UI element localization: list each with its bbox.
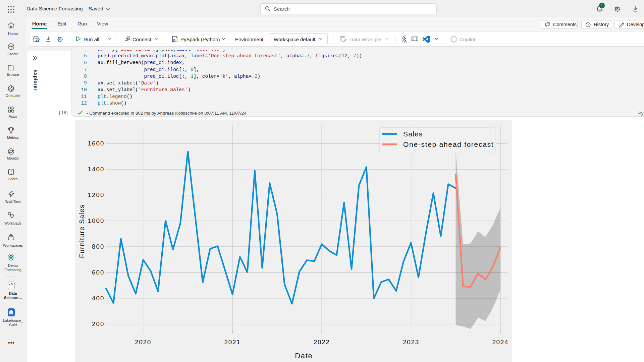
- svg-text:2024: 2024: [492, 339, 508, 346]
- svg-text:Date: Date: [295, 352, 313, 360]
- svg-text:2020: 2020: [135, 339, 151, 346]
- svg-text:200: 200: [92, 320, 104, 327]
- svg-text:1400: 1400: [88, 166, 105, 173]
- svg-text:1200: 1200: [88, 191, 105, 198]
- svg-text:1600: 1600: [88, 140, 105, 147]
- svg-text:2023: 2023: [403, 339, 419, 346]
- svg-text:2022: 2022: [314, 339, 330, 346]
- svg-text:1000: 1000: [88, 217, 105, 224]
- svg-text:400: 400: [92, 295, 104, 302]
- svg-text:600: 600: [92, 269, 104, 276]
- svg-text:2021: 2021: [224, 339, 241, 346]
- svg-text:A: A: [404, 39, 407, 43]
- svg-text:One-step ahead forecast: One-step ahead forecast: [403, 140, 494, 148]
- svg-text:Furniture Sales: Furniture Sales: [78, 204, 86, 258]
- svg-text:Sales: Sales: [403, 130, 423, 138]
- svg-text:800: 800: [92, 243, 104, 250]
